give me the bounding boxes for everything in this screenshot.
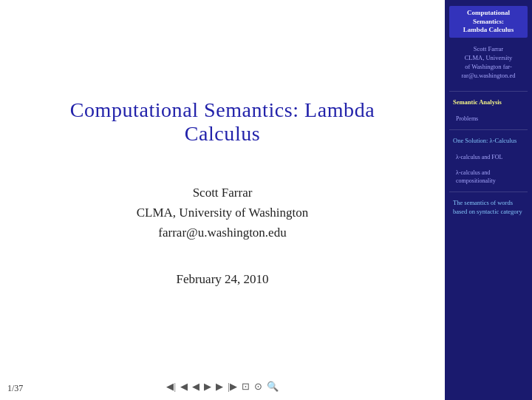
author-affiliation: CLMA, University of Washington (137, 203, 309, 223)
sidebar-author-text: Scott Farrar CLMA, University of Washing… (453, 45, 524, 81)
sidebar-label-problems: Problems (453, 115, 524, 123)
sidebar-item-lambda-comp[interactable]: λ-calculus and compositionality (449, 166, 528, 187)
slide-main: Computational Semantics: Lambda Calculus… (0, 0, 445, 400)
sidebar-item-problems[interactable]: Problems (449, 112, 528, 125)
sidebar-label-one-solution: One Solution: λ-Calculus (453, 137, 524, 146)
nav-zoom-icon[interactable]: 🔍 (267, 381, 279, 393)
nav-next2-icon[interactable]: ▶ (204, 381, 211, 393)
sidebar-item-lambda-fol[interactable]: λ-calculus and FOL (449, 151, 528, 163)
slide-sidebar: Computational Semantics: Lambda Calculus… (445, 0, 532, 400)
nav-next-icon[interactable]: ▶ (216, 381, 223, 393)
sidebar-label-semantics-words: The semantics of words based on syntacti… (453, 199, 524, 217)
nav-prev-icon[interactable]: ◀ (180, 381, 188, 393)
sidebar-item-semantic-analysis[interactable]: Semantic Analysis (449, 96, 528, 109)
slide-navigation: ◀| ◀ ◀ ▶ ▶ |▶ ⊡ ⊙ 🔍 (0, 381, 445, 393)
sidebar-active-title: Computational Semantics: Lambda Calculus (453, 9, 524, 35)
nav-first-icon[interactable]: ◀| (166, 381, 176, 393)
author-name: Scott Farrar (137, 183, 309, 203)
sidebar-divider-1 (449, 91, 528, 92)
sidebar-label-semantic-analysis: Semantic Analysis (453, 98, 524, 107)
slide-title: Computational Semantics: Lambda Calculus (37, 98, 408, 146)
nav-bookmark-icon[interactable]: ⊡ (242, 381, 250, 393)
sidebar-item-semantics-words[interactable]: The semantics of words based on syntacti… (449, 197, 528, 219)
slide-date: February 24, 2010 (176, 272, 268, 287)
author-email: farrar@u.washington.edu (137, 223, 309, 243)
sidebar-item-one-solution[interactable]: One Solution: λ-Calculus (449, 135, 528, 148)
slide-counter: 1/37 (7, 383, 23, 394)
sidebar-divider-3 (449, 191, 528, 192)
nav-search-icon[interactable]: ⊙ (254, 381, 262, 393)
sidebar-author-block: Scott Farrar CLMA, University of Washing… (449, 42, 528, 84)
sidebar-label-lambda-fol: λ-calculus and FOL (453, 153, 524, 161)
nav-last-icon[interactable]: |▶ (228, 381, 237, 393)
slide-author: Scott Farrar CLMA, University of Washing… (137, 183, 309, 243)
sidebar-label-lambda-comp: λ-calculus and compositionality (453, 169, 524, 185)
sidebar-active-box: Computational Semantics: Lambda Calculus (449, 6, 528, 38)
sidebar-divider-2 (449, 129, 528, 130)
nav-prev2-icon[interactable]: ◀ (192, 381, 200, 393)
